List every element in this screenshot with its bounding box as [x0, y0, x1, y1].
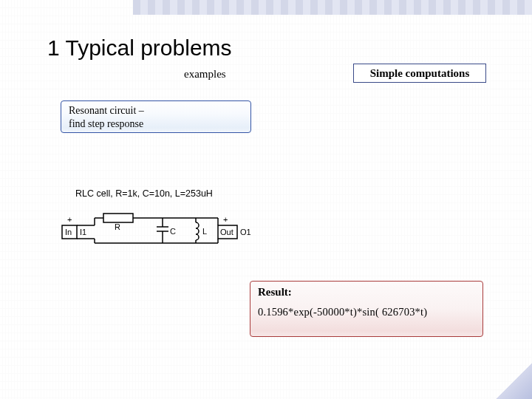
slide-title: 1 Typical problems	[47, 35, 232, 61]
capacitor-label: C	[170, 227, 176, 236]
result-label: Result:	[258, 286, 475, 299]
problem-line-1: Resonant circuit –	[69, 104, 243, 117]
top-accent-bar	[133, 0, 532, 15]
in-name-label: I1	[80, 228, 86, 236]
corner-fold-icon	[488, 355, 532, 399]
resistor-label: R	[115, 222, 120, 231]
svg-rect-4	[103, 214, 133, 222]
problem-line-2: find step response	[69, 117, 243, 131]
out-name-label: O1	[240, 228, 251, 236]
out-plus-icon: +	[223, 215, 228, 224]
simple-computations-box: Simple computations	[353, 64, 486, 83]
result-expression: 0.1596*exp(-50000*t)*sin( 626703*t)	[258, 306, 475, 318]
slide: 1 Typical problems examples Simple compu…	[0, 0, 532, 399]
slide-subtitle: examples	[184, 68, 226, 81]
problem-statement-box: Resonant circuit – find step response	[61, 100, 251, 133]
circuit-diagram: RLC cell, R=1k, C=10n, L=253uH In + I1 R	[59, 188, 281, 259]
in-plus-icon: +	[67, 215, 72, 224]
inductor-label: L	[202, 227, 207, 236]
result-box: Result: 0.1596*exp(-50000*t)*sin( 626703…	[250, 281, 483, 337]
circuit-heading: RLC cell, R=1k, C=10n, L=253uH	[75, 188, 213, 199]
in-port-label: In	[65, 228, 72, 236]
out-port-label: Out	[220, 228, 233, 236]
rlc-schematic-icon: In + I1 R C L	[59, 205, 281, 258]
